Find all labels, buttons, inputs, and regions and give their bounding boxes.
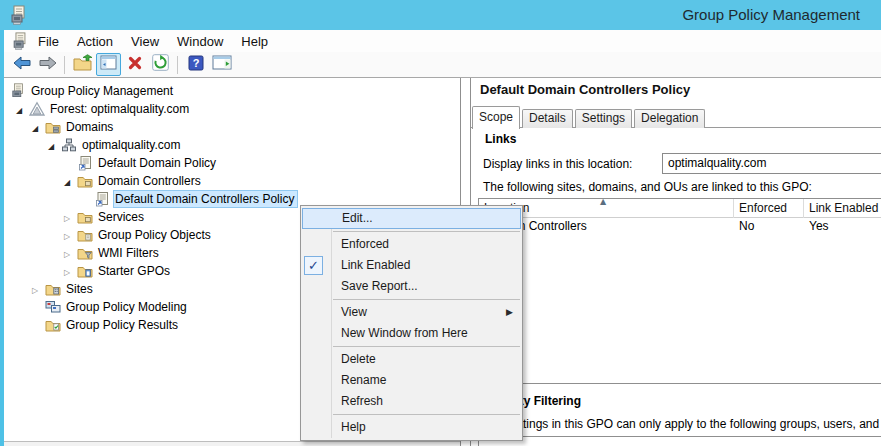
tab-delegation[interactable]: Delegation [634, 109, 705, 128]
expander-collapsed-icon[interactable] [60, 246, 74, 260]
tree-item-domain-optimalquality[interactable]: optimalquality.com [4, 136, 460, 154]
refresh-button[interactable] [148, 53, 173, 76]
column-header-enforced[interactable]: Enforced [734, 199, 804, 218]
results-icon [45, 317, 61, 333]
action-pane-window-icon [212, 55, 232, 74]
expander-expanded-icon[interactable] [44, 138, 58, 152]
tree-item-label: Starter GPOs [98, 264, 170, 278]
menu-separator [333, 231, 520, 232]
context-menu-item-help[interactable]: Help [301, 417, 522, 438]
up-one-level-button[interactable] [70, 53, 95, 76]
sites-icon [45, 281, 61, 297]
expander-expanded-icon[interactable] [60, 174, 74, 188]
selected-tree-item-cell: Default Domain Controllers Policy [113, 190, 298, 208]
toolbar-separator [64, 56, 65, 74]
refresh-icon [152, 54, 169, 75]
tree-item-domains[interactable]: Domains [4, 118, 460, 136]
tree-item-label: Group Policy Modeling [66, 300, 187, 314]
show-hide-action-pane-button[interactable] [209, 53, 234, 76]
context-menu-item-delete[interactable]: Delete [301, 349, 522, 370]
expander-collapsed-icon[interactable] [60, 228, 74, 242]
expander-collapsed-icon[interactable] [28, 282, 42, 296]
expander-expanded-icon[interactable] [12, 102, 26, 116]
back-icon [12, 55, 32, 75]
title-bar[interactable]: Group Policy Management [0, 0, 881, 30]
tab-scope[interactable]: Scope [472, 106, 520, 129]
menu-action[interactable]: Action [68, 32, 122, 51]
forest-icon [29, 101, 45, 117]
ou-folder-icon [77, 209, 93, 225]
links-heading: Links [485, 132, 516, 146]
menu-view[interactable]: View [122, 32, 168, 51]
tree-item-label: Group Policy Results [66, 318, 178, 332]
tree-item-label: Default Domain Policy [98, 156, 216, 170]
console-window-icon[interactable] [11, 32, 29, 50]
ou-folder-icon [77, 173, 93, 189]
context-menu-item-link-enabled[interactable]: Link Enabled [301, 255, 522, 276]
security-filtering-list [478, 436, 881, 446]
context-menu-item-new-window-from-here[interactable]: New Window from Here [301, 323, 522, 344]
tree-horizontal-scrollbar[interactable] [4, 441, 460, 446]
linked-locations-table: Location Enforced Link Enabled Domain Co… [478, 198, 881, 384]
gpo-link-icon [94, 191, 110, 207]
tree-item-default-domain-policy[interactable]: Default Domain Policy [4, 154, 460, 172]
console-root-icon [10, 83, 26, 99]
menu-window[interactable]: Window [168, 32, 232, 51]
tree-item-label: Group Policy Objects [98, 228, 211, 242]
tree-item-domain-controllers[interactable]: Domain Controllers [4, 172, 460, 190]
tree-item-label: Domain Controllers [98, 174, 201, 188]
console-app-icon[interactable] [9, 5, 28, 25]
toolbar-separator [177, 56, 178, 74]
gpo-link-icon [77, 155, 93, 171]
display-links-label: Display links in this location: [483, 157, 632, 171]
column-header-link-enabled[interactable]: Link Enabled [804, 199, 881, 218]
submenu-arrow-icon [506, 302, 513, 323]
back-button[interactable] [9, 53, 34, 76]
tab-settings[interactable]: Settings [575, 109, 632, 128]
gpo-context-menu: Edit... Enforced Link Enabled Save Repor… [300, 205, 523, 441]
tree-item-forest[interactable]: Forest: optimalquality.com [4, 100, 460, 118]
location-combobox[interactable]: optimalquality.com [662, 153, 881, 174]
tree-item-label: optimalquality.com [82, 138, 180, 152]
starter-gpos-icon [77, 263, 93, 279]
menu-file[interactable]: File [29, 32, 68, 51]
context-menu-item-edit[interactable]: Edit... [302, 208, 521, 229]
group-policy-management-window: Group Policy Management File Action View… [0, 0, 881, 446]
expander-collapsed-icon[interactable] [60, 210, 74, 224]
expander-collapsed-icon[interactable] [60, 264, 74, 278]
table-row-domain-controllers[interactable]: Domain Controllers No Yes [479, 218, 881, 235]
delete-button[interactable] [122, 53, 147, 76]
delete-x-icon [127, 55, 143, 75]
wmi-filters-icon [77, 245, 93, 261]
expander-expanded-icon[interactable] [28, 120, 42, 134]
menu-help[interactable]: Help [232, 32, 277, 51]
checkmark-icon [304, 256, 323, 275]
svg-text:?: ? [192, 57, 199, 69]
tree-item-group-policy-management[interactable]: Group Policy Management [4, 82, 460, 100]
cell-enforced: No [734, 218, 804, 235]
menu-separator [333, 346, 520, 347]
forward-icon [38, 55, 58, 75]
gpo-page-title: Default Domain Controllers Policy [480, 82, 690, 97]
links-table-intro: The following sites, domains, and OUs ar… [483, 180, 812, 194]
context-menu-item-rename[interactable]: Rename [301, 370, 522, 391]
tab-details[interactable]: Details [522, 109, 573, 128]
menu-separator [333, 414, 520, 415]
table-header-row: Location Enforced Link Enabled [479, 199, 881, 218]
menu-bar: File Action View Window Help [4, 30, 881, 52]
context-menu-item-view[interactable]: View [301, 302, 522, 323]
help-button[interactable]: ? [183, 53, 208, 76]
context-menu-item-save-report[interactable]: Save Report... [301, 276, 522, 297]
tree-item-label: Default Domain Controllers Policy [115, 192, 294, 206]
menu-separator [333, 299, 520, 300]
tree-item-label: Forest: optimalquality.com [50, 102, 189, 116]
results-pane: Default Domain Controllers Policy Scope … [470, 78, 881, 446]
domain-icon [61, 137, 77, 153]
forward-button[interactable] [35, 53, 60, 76]
security-filtering-description: The settings in this GPO can only apply … [483, 417, 881, 431]
gpo-folder-icon [77, 227, 93, 243]
context-menu-item-enforced[interactable]: Enforced [301, 234, 522, 255]
sort-ascending-icon [600, 197, 606, 206]
show-hide-console-tree-button[interactable] [96, 53, 121, 76]
context-menu-item-refresh[interactable]: Refresh [301, 391, 522, 412]
